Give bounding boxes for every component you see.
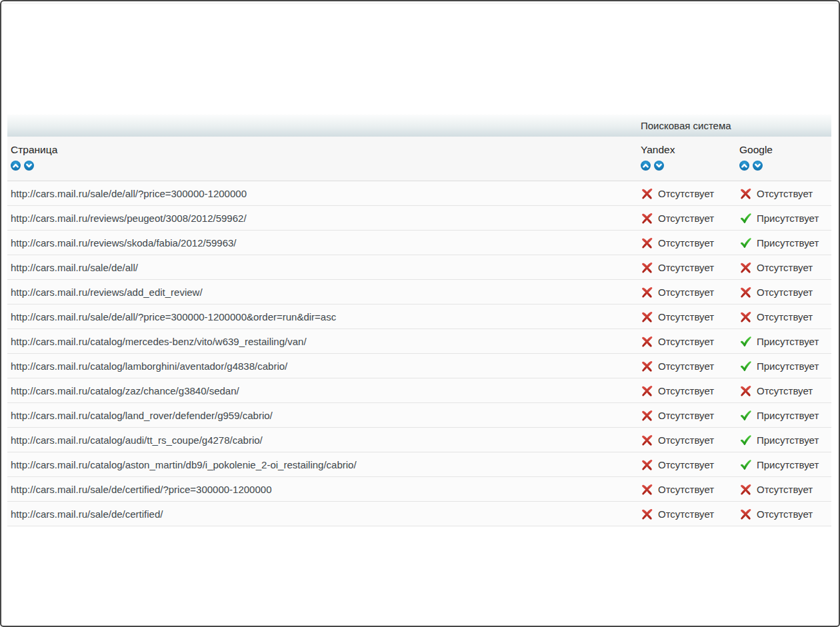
- table-row: http://cars.mail.ru/catalog/mercedes-ben…: [7, 329, 831, 354]
- cross-icon: [739, 311, 752, 323]
- status-label: Отсутствует: [757, 311, 813, 322]
- status-label: Отсутствует: [757, 262, 813, 273]
- cross-icon: [739, 261, 752, 274]
- sort-google-desc-button[interactable]: [753, 161, 763, 171]
- yandex-status-cell: Отсутствует: [634, 360, 733, 372]
- check-icon: [739, 212, 752, 225]
- google-status-cell: Присутствует: [733, 212, 831, 225]
- page-url-cell: http://cars.mail.ru/reviews/skoda/fabia/…: [7, 237, 634, 249]
- yandex-sort-controls: [641, 161, 733, 171]
- sort-yandex-desc-button[interactable]: [654, 161, 664, 171]
- check-icon: [739, 335, 752, 348]
- cross-icon: [641, 187, 653, 200]
- yandex-status-cell: Отсутствует: [634, 286, 733, 299]
- sort-google-asc-button[interactable]: [739, 161, 749, 171]
- yandex-status-cell: Отсутствует: [634, 434, 733, 446]
- table-row: http://cars.mail.ru/reviews/add_edit_rev…: [7, 280, 831, 305]
- cross-icon: [739, 286, 752, 299]
- page-url-cell: http://cars.mail.ru/catalog/lamborghini/…: [7, 360, 634, 372]
- google-status-cell: Отсутствует: [733, 187, 831, 200]
- chevron-up-icon: [11, 161, 21, 171]
- chevron-down-icon: [654, 161, 664, 171]
- chevron-down-icon: [24, 161, 34, 171]
- window-top-hairline: [1, 3, 839, 4]
- status-label: Отсутствует: [658, 459, 714, 470]
- table-row: http://cars.mail.ru/catalog/zaz/chance/g…: [7, 378, 831, 403]
- status-label: Отсутствует: [658, 385, 714, 396]
- status-label: Отсутствует: [757, 484, 813, 495]
- cross-icon: [739, 508, 752, 520]
- page-url-cell: http://cars.mail.ru/reviews/add_edit_rev…: [7, 287, 634, 298]
- page-url-cell: http://cars.mail.ru/catalog/zaz/chance/g…: [7, 385, 634, 396]
- table-row: http://cars.mail.ru/sale/de/certified/?p…: [7, 477, 831, 502]
- yandex-column-label: Yandex: [641, 144, 733, 156]
- column-header-page: Страница: [7, 144, 634, 171]
- status-label: Отсутствует: [658, 262, 714, 273]
- google-status-cell: Отсутствует: [733, 286, 831, 299]
- chevron-up-icon: [641, 161, 651, 171]
- page-url-cell: http://cars.mail.ru/catalog/aston_martin…: [7, 459, 634, 470]
- status-label: Отсутствует: [658, 336, 714, 347]
- status-label: Отсутствует: [658, 484, 714, 495]
- column-header-google: Google: [733, 144, 831, 171]
- status-label: Отсутствует: [757, 385, 813, 396]
- cross-icon: [641, 237, 653, 249]
- cross-icon: [641, 212, 653, 225]
- status-label: Отсутствует: [658, 360, 714, 372]
- column-header-yandex: Yandex: [634, 144, 733, 171]
- page-url-cell: http://cars.mail.ru/reviews/peugeot/3008…: [7, 213, 634, 224]
- table-row: http://cars.mail.ru/reviews/peugeot/3008…: [7, 206, 831, 231]
- cross-icon: [641, 286, 653, 299]
- google-status-cell: Отсутствует: [733, 508, 831, 520]
- google-sort-controls: [739, 161, 831, 171]
- check-icon: [739, 237, 752, 249]
- check-icon: [739, 409, 752, 422]
- table-row: http://cars.mail.ru/reviews/skoda/fabia/…: [7, 231, 831, 255]
- index-status-table: Поисковая система Страница Yandex: [7, 115, 831, 526]
- cross-icon: [641, 384, 653, 397]
- cross-icon: [739, 187, 752, 200]
- cross-icon: [739, 483, 752, 496]
- yandex-status-cell: Отсутствует: [634, 508, 733, 520]
- yandex-status-cell: Отсутствует: [634, 212, 733, 225]
- status-label: Отсутствует: [658, 410, 714, 421]
- google-status-cell: Отсутствует: [733, 483, 831, 496]
- yandex-status-cell: Отсутствует: [634, 187, 733, 200]
- check-icon: [739, 458, 752, 471]
- status-label: Отсутствует: [658, 287, 714, 298]
- cross-icon: [641, 335, 653, 348]
- google-status-cell: Отсутствует: [733, 261, 831, 274]
- status-label: Отсутствует: [658, 311, 714, 322]
- page-url-cell: http://cars.mail.ru/catalog/mercedes-ben…: [7, 336, 634, 347]
- chevron-down-icon: [753, 161, 763, 171]
- sort-page-desc-button[interactable]: [24, 161, 34, 171]
- yandex-status-cell: Отсутствует: [634, 409, 733, 422]
- google-status-cell: Отсутствует: [733, 311, 831, 323]
- cross-icon: [739, 384, 752, 397]
- google-status-cell: Присутствует: [733, 458, 831, 471]
- status-label: Присутствует: [757, 410, 819, 421]
- cross-icon: [641, 311, 653, 323]
- yandex-status-cell: Отсутствует: [634, 237, 733, 249]
- page-url-cell: http://cars.mail.ru/catalog/land_rover/d…: [7, 410, 634, 421]
- table-row: http://cars.mail.ru/catalog/lamborghini/…: [7, 354, 831, 378]
- cross-icon: [641, 434, 653, 446]
- table-row: http://cars.mail.ru/sale/de/all/?price=3…: [7, 181, 831, 206]
- status-label: Отсутствует: [658, 508, 714, 520]
- cross-icon: [641, 261, 653, 274]
- table-row: http://cars.mail.ru/sale/de/all/?price=3…: [7, 305, 831, 329]
- google-status-cell: Присутствует: [733, 237, 831, 249]
- status-label: Отсутствует: [658, 213, 714, 224]
- yandex-status-cell: Отсутствует: [634, 261, 733, 274]
- sort-page-asc-button[interactable]: [11, 161, 21, 171]
- yandex-status-cell: Отсутствует: [634, 335, 733, 348]
- page-url-cell: http://cars.mail.ru/sale/de/all/?price=3…: [7, 188, 634, 199]
- page-url-cell: http://cars.mail.ru/sale/de/certified/?p…: [7, 484, 634, 495]
- group-header-label: Поисковая система: [634, 120, 831, 131]
- sort-yandex-asc-button[interactable]: [641, 161, 651, 171]
- google-status-cell: Отсутствует: [733, 384, 831, 397]
- yandex-status-cell: Отсутствует: [634, 384, 733, 397]
- status-label: Присутствует: [757, 336, 819, 347]
- yandex-status-cell: Отсутствует: [634, 311, 733, 323]
- google-status-cell: Присутствует: [733, 434, 831, 446]
